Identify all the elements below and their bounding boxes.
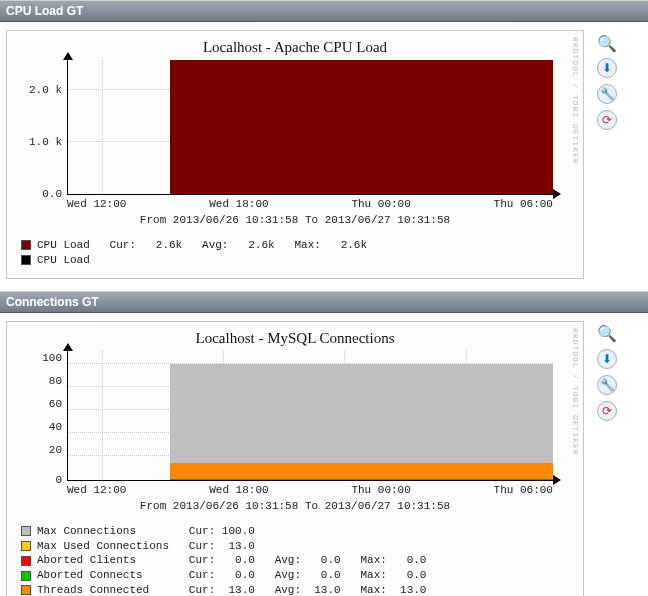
swatch-icon [21,541,31,551]
xtick: Wed 12:00 [67,198,126,210]
timeframe-cpu: From 2013/06/26 10:31:58 To 2013/06/27 1… [13,214,577,226]
xtick: Thu 00:00 [351,198,410,210]
legend-row: Max Connections Cur: 100.0 [21,524,577,539]
legend-cpu: CPU Load Cur: 2.6k Avg: 2.6k Max: 2.6k C… [21,238,577,268]
ytick: 0 [16,474,62,486]
cpu-load-area [170,60,553,194]
swatch-icon [21,585,31,595]
panel-body-mysql: RRDTOOL / TOBI OETIKER Localhost - MySQL… [0,313,648,596]
edit-icon[interactable]: 🔧 [597,84,617,104]
xtick: Thu 00:00 [351,484,410,496]
ytick: 0.0 [16,188,62,200]
panel-header-mysql: Connections GT [0,291,648,313]
rrdtool-watermark: RRDTOOL / TOBI OETIKER [571,328,580,456]
chart-mysql: RRDTOOL / TOBI OETIKER Localhost - MySQL… [6,321,584,596]
xaxis-mysql: Wed 12:00 Wed 18:00 Thu 00:00 Thu 06:00 [67,481,553,496]
legend-text: Max Connections Cur: 100.0 [37,524,255,539]
legend-row: Threads Connected Cur: 13.0 Avg: 13.0 Ma… [21,583,577,596]
threads-area [170,463,553,479]
axis-arrow-up-icon [63,343,73,351]
legend-row: CPU Load Cur: 2.6k Avg: 2.6k Max: 2.6k [21,238,577,253]
ytick: 100 [16,352,62,364]
axis-arrow-right-icon [553,189,561,199]
edit-icon[interactable]: 🔧 [597,375,617,395]
legend-row: Aborted Connects Cur: 0.0 Avg: 0.0 Max: … [21,568,577,583]
xaxis-cpu: Wed 12:00 Wed 18:00 Thu 00:00 Thu 06:00 [67,195,553,210]
timeframe-mysql: From 2013/06/26 10:31:58 To 2013/06/27 1… [13,500,577,512]
legend-row: CPU Load [21,253,577,268]
legend-row: Max Used Connections Cur: 13.0 [21,539,577,554]
xtick: Thu 06:00 [494,484,553,496]
refresh-icon[interactable]: ⟳ [597,110,617,130]
legend-text: Aborted Clients Cur: 0.0 Avg: 0.0 Max: 0… [37,553,426,568]
ytick: 2.0 k [16,84,62,96]
legend-text: CPU Load [37,253,90,268]
legend-text: Aborted Connects Cur: 0.0 Avg: 0.0 Max: … [37,568,426,583]
ytick: 40 [16,421,62,433]
swatch-icon [21,556,31,566]
zoom-icon[interactable]: 🔍 [598,34,616,52]
chart-title-mysql: Localhost - MySQL Connections [13,330,577,347]
xtick: Wed 18:00 [209,484,268,496]
axis-arrow-up-icon [63,52,73,60]
legend-mysql: Max Connections Cur: 100.0 Max Used Conn… [21,524,577,596]
ytick: 80 [16,375,62,387]
xtick: Wed 18:00 [209,198,268,210]
plot-cpu: 0.0 1.0 k 2.0 k [67,60,553,195]
refresh-icon[interactable]: ⟳ [597,401,617,421]
export-csv-icon[interactable]: ⬇ [597,349,617,369]
plot-mysql: 0 20 40 60 80 100 [67,351,553,481]
legend-text: Threads Connected Cur: 13.0 Avg: 13.0 Ma… [37,583,426,596]
ytick: 1.0 k [16,136,62,148]
export-csv-icon[interactable]: ⬇ [597,58,617,78]
chart-cpu: RRDTOOL / TOBI OETIKER Localhost - Apach… [6,30,584,279]
legend-text: Max Used Connections Cur: 13.0 [37,539,255,554]
panel-body-cpu: RRDTOOL / TOBI OETIKER Localhost - Apach… [0,22,648,291]
swatch-icon [21,240,31,250]
ytick: 60 [16,398,62,410]
axis-arrow-right-icon [553,475,561,485]
xtick: Thu 06:00 [494,198,553,210]
legend-text: CPU Load Cur: 2.6k Avg: 2.6k Max: 2.6k [37,238,367,253]
rrdtool-watermark: RRDTOOL / TOBI OETIKER [571,37,580,165]
swatch-icon [21,571,31,581]
swatch-icon [21,255,31,265]
toolbar-cpu: 🔍 ⬇ 🔧 ⟳ [584,30,622,279]
legend-row: Aborted Clients Cur: 0.0 Avg: 0.0 Max: 0… [21,553,577,568]
chart-title-cpu: Localhost - Apache CPU Load [13,39,577,56]
xtick: Wed 12:00 [67,484,126,496]
ytick: 20 [16,444,62,456]
panel-header-cpu: CPU Load GT [0,0,648,22]
zoom-icon[interactable]: 🔍 [598,325,616,343]
swatch-icon [21,526,31,536]
connections-line [170,479,553,480]
toolbar-mysql: 🔍 ⬇ 🔧 ⟳ [584,321,622,596]
